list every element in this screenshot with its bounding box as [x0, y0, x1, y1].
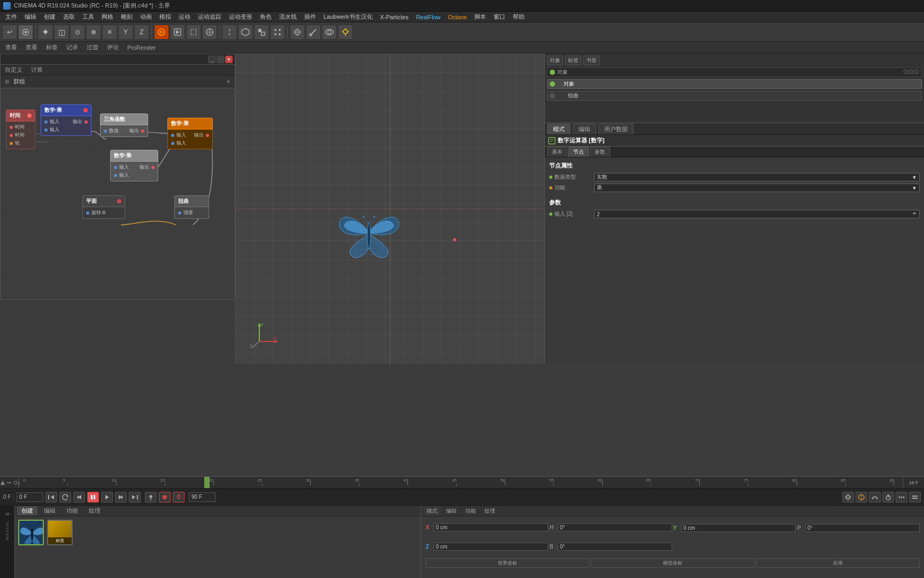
node-trig[interactable]: 三角函数 数值 输出	[100, 113, 148, 137]
menu-create[interactable]: 创建	[41, 12, 59, 22]
coord-z-input[interactable]: 0 cm	[434, 543, 548, 551]
point-btn[interactable]	[270, 25, 285, 40]
pb-prev-frame[interactable]	[73, 492, 85, 503]
apply-btn[interactable]: 应用	[756, 558, 920, 568]
props-tab-edit[interactable]: 编辑	[573, 124, 596, 134]
viewport-grid[interactable]: Y X Z	[235, 54, 544, 364]
butterfly-thumb[interactable]	[18, 520, 44, 545]
pb-goto-start[interactable]	[45, 492, 57, 503]
coord-tab-mode[interactable]: 模式	[424, 507, 441, 515]
pb-pause[interactable]	[87, 492, 99, 503]
pb-loop[interactable]	[59, 492, 71, 503]
menu-realflow[interactable]: RealFlow	[413, 13, 444, 21]
coord-b-input[interactable]: 0°	[558, 543, 672, 551]
node-math1[interactable]: 数学·乘 输入 输入	[41, 104, 91, 136]
sub-view[interactable]: 查看	[2, 43, 20, 52]
menu-script[interactable]: 脚本	[471, 12, 489, 22]
poly-btn[interactable]	[254, 25, 269, 40]
maximize-btn[interactable]: □	[217, 56, 224, 63]
props-subtab-node[interactable]: 节点	[568, 147, 589, 157]
menu-simulate[interactable]: 模拟	[156, 12, 174, 22]
props-tab-mode[interactable]: 模式	[547, 124, 571, 134]
cube-btn[interactable]: ◫	[54, 25, 69, 40]
x-btn[interactable]: ✕	[102, 25, 117, 40]
z-btn[interactable]: Ζ	[134, 25, 149, 40]
snap-btn[interactable]	[290, 25, 305, 40]
sphere-btn[interactable]: ⊙	[70, 25, 85, 40]
new-obj-btn[interactable]: ✚	[38, 25, 53, 40]
live-sel-btn[interactable]: ⦿	[18, 25, 33, 40]
light-btn[interactable]	[338, 25, 353, 40]
sub-record[interactable]: 记录	[63, 43, 81, 52]
menu-motion[interactable]: 运动	[175, 12, 194, 22]
tab-function[interactable]: 功能	[62, 506, 82, 515]
timeline-green-marker[interactable]	[204, 477, 210, 488]
sub-transition[interactable]: 过渡	[83, 43, 102, 52]
menu-file[interactable]: 文件	[2, 12, 20, 22]
coord-tab-func[interactable]: 功能	[462, 507, 479, 515]
power-btn[interactable]	[882, 492, 894, 503]
menu-sculpt[interactable]: 雕刻	[118, 12, 136, 22]
coord-x-input[interactable]: 0 cm	[434, 523, 548, 531]
sub-tags[interactable]: 标签	[43, 43, 61, 52]
menu-motiontrack[interactable]: 运动追踪	[195, 12, 225, 22]
tab-create[interactable]: 创建	[17, 506, 37, 515]
cylinder-btn[interactable]: ⊗	[86, 25, 101, 40]
render-region-btn[interactable]	[186, 25, 201, 40]
render-viewport-btn[interactable]	[202, 25, 217, 40]
props-subtab-basic[interactable]: 基本	[547, 147, 567, 157]
render-btn[interactable]	[154, 25, 169, 40]
menu-select[interactable]: 选取	[60, 12, 78, 22]
menu-mesh[interactable]: 网格	[98, 12, 117, 22]
node-math3[interactable]: 数学·乘 输入 输入 输	[110, 150, 158, 181]
sub-prorender[interactable]: ProRender	[124, 44, 159, 51]
y-btn[interactable]: Υ	[118, 25, 133, 40]
coord-p-input[interactable]: 0°	[805, 524, 920, 532]
world-coords-btn[interactable]: 世界坐标	[426, 558, 589, 568]
settings-btn[interactable]	[909, 492, 921, 503]
node-time[interactable]: 时间 时间 时间 轮	[6, 110, 35, 149]
menu-help[interactable]: 帮助	[510, 12, 528, 22]
menu-laubwerk[interactable]: Laubwerk书生汉化	[320, 12, 376, 22]
coord-tab-edit[interactable]: 编辑	[443, 507, 460, 515]
end-frame-input[interactable]: 90 F	[189, 492, 215, 502]
knife-btn[interactable]	[306, 25, 321, 40]
menu-window[interactable]: 窗口	[490, 12, 509, 22]
pb-next-frame[interactable]	[115, 492, 127, 503]
menu-animation[interactable]: 动画	[137, 12, 155, 22]
start-frame-input[interactable]: 0 F	[17, 492, 43, 502]
coord-tab-user[interactable]: 纹理	[481, 507, 498, 515]
auto-key-btn[interactable]	[856, 492, 867, 503]
viewport-container[interactable]: Y X Z	[235, 54, 544, 364]
dots-btn[interactable]	[896, 492, 907, 503]
object-btn[interactable]	[238, 25, 253, 40]
sub-view2[interactable]: 查看	[22, 43, 41, 52]
model-coords-btn[interactable]: 模型坐标	[591, 558, 754, 568]
pb-play[interactable]	[101, 492, 113, 503]
obj-entry-1[interactable]: 对象	[547, 79, 922, 89]
pb-goto-end[interactable]	[129, 492, 141, 503]
key-mode-btn[interactable]	[842, 492, 854, 503]
menu-plugins[interactable]: 插件	[301, 12, 319, 22]
menu-edit[interactable]: 编辑	[21, 12, 40, 22]
coord-h-input[interactable]: 0°	[558, 523, 672, 531]
material-thumb[interactable]: 材质	[47, 520, 73, 545]
node-menu-custom[interactable]: 自定义	[3, 65, 25, 74]
close-btn[interactable]: ✕	[225, 56, 233, 63]
props-subtab-params[interactable]: 参数	[590, 147, 610, 157]
boole-btn[interactable]	[322, 25, 337, 40]
node-plane[interactable]: 平面 旋转·B	[82, 195, 125, 219]
node-math2[interactable]: 数学·乘 输入 输入 输	[167, 118, 213, 149]
motion-btn[interactable]	[869, 492, 881, 503]
tab-texture[interactable]: 纹理	[84, 506, 105, 515]
menu-xparticles[interactable]: X-Particles	[377, 13, 412, 21]
key-add-btn[interactable]	[145, 492, 157, 503]
menu-pipeline[interactable]: 流水线	[276, 12, 300, 22]
key-rec-btn[interactable]	[159, 492, 171, 503]
node-menu-compute[interactable]: 计算	[29, 65, 45, 74]
obj-entry-2[interactable]: 组曲	[547, 91, 922, 101]
undo-btn[interactable]: ↩	[2, 25, 17, 40]
key-del-btn[interactable]	[173, 492, 184, 503]
menu-character[interactable]: 角色	[257, 12, 275, 22]
input2-spinner[interactable]	[912, 211, 917, 217]
